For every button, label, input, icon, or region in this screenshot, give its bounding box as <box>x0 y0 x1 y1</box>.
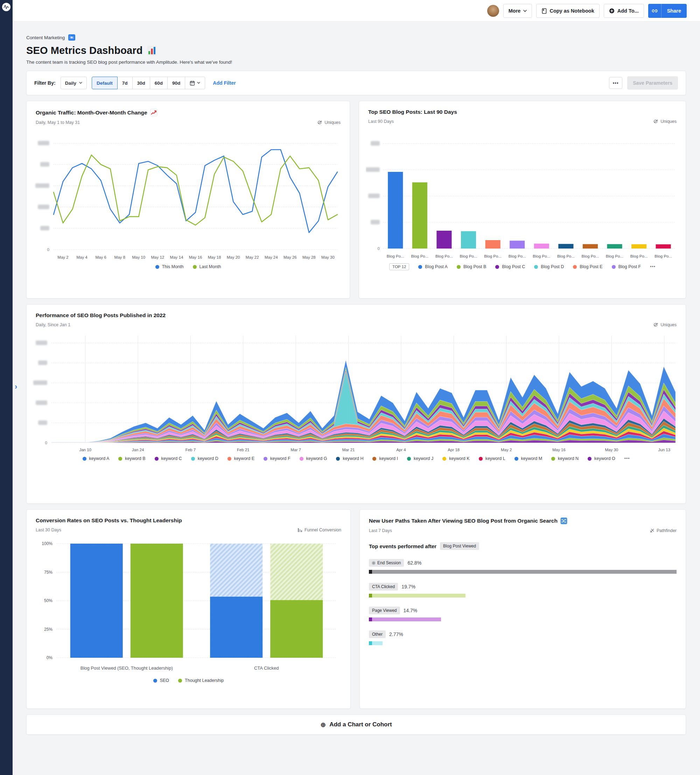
legend-item[interactable]: keyword M <box>514 456 542 461</box>
chevron-down-icon <box>197 82 200 84</box>
organic-traffic-line-chart[interactable]: 0May 2May 4May 6May 8May 10May 12May 14M… <box>33 128 343 262</box>
legend-item[interactable]: This Month <box>155 264 184 269</box>
x-axis-tick-label: Blog Po... <box>436 254 453 258</box>
legend-more-button[interactable]: ••• <box>624 456 630 461</box>
x-axis-tick-label: May 4 <box>76 255 88 259</box>
save-parameters-button[interactable]: Save Parameters <box>627 77 678 90</box>
legend-item[interactable]: keyword L <box>479 456 505 461</box>
bar-blog-post-e[interactable] <box>486 240 500 249</box>
legend-item[interactable]: keyword A <box>83 456 110 461</box>
bar-blog-post-h[interactable] <box>558 244 573 249</box>
legend-item[interactable]: Blog Post B <box>457 264 486 269</box>
chevron-down-icon <box>79 82 82 84</box>
event-row-page-viewed[interactable]: Page Viewed14.7% <box>369 607 677 621</box>
chart-type-meta[interactable]: Uniques <box>653 323 677 327</box>
card-subtitle: Last 30 Days <box>36 527 61 532</box>
range-segment-90d[interactable]: 90d <box>168 77 185 89</box>
bar-blog-post-j[interactable] <box>607 244 622 249</box>
legend-item[interactable]: Last Month <box>193 264 221 269</box>
event-bar <box>369 641 382 645</box>
chart-type-meta[interactable]: Uniques <box>653 119 677 124</box>
legend-prefix-badge: TOP 12 <box>389 263 409 270</box>
legend-item[interactable]: keyword F <box>264 456 291 461</box>
card-title: Performance of SEO Blog Posts Published … <box>36 312 166 319</box>
event-bar-cap <box>369 641 372 645</box>
add-chart-button[interactable]: ⊕ Add a Chart or Cohort <box>320 721 392 729</box>
funnel-converted-bar-thought-leadership[interactable] <box>131 544 183 658</box>
top-seo-posts-bar-chart[interactable]: 0Blog Po...Blog Po...Blog Po...Blog Po..… <box>366 127 679 261</box>
legend-item[interactable]: SEO <box>153 678 169 683</box>
bar-blog-post-k[interactable] <box>632 244 647 249</box>
chart-type-meta[interactable]: Funnel Conversion <box>298 527 341 532</box>
range-segment-30d[interactable]: 30d <box>133 77 150 89</box>
legend-item[interactable]: keyword G <box>299 456 327 461</box>
interval-dropdown[interactable]: Daily <box>61 77 87 89</box>
more-button[interactable]: More <box>503 4 532 18</box>
chart-type-meta[interactable]: Uniques <box>318 120 341 125</box>
bar-blog-post-l[interactable] <box>656 244 671 249</box>
organic-traffic-legend: This MonthLast Month <box>152 262 225 274</box>
x-axis-tick-label: Apr 4 <box>396 448 406 452</box>
copy-as-notebook-button[interactable]: Copy as Notebook <box>536 4 599 18</box>
chart-type-meta[interactable]: Pathfinder <box>650 528 677 533</box>
legend-item[interactable]: keyword B <box>118 456 145 461</box>
legend-item[interactable]: keyword H <box>336 456 363 461</box>
copy-link-button[interactable] <box>648 4 662 18</box>
bar-blog-post-b[interactable] <box>412 182 427 249</box>
bar-blog-post-f[interactable] <box>510 241 525 249</box>
legend-item[interactable]: Blog Post F <box>612 264 641 269</box>
chart-type-label: Funnel Conversion <box>304 527 341 532</box>
add-to-button[interactable]: Add To... <box>604 4 644 18</box>
event-bar-fill <box>372 570 677 574</box>
share-button[interactable]: Share <box>662 4 687 18</box>
legend-item[interactable]: keyword E <box>228 456 254 461</box>
event-row-end-session[interactable]: End Session62.8% <box>369 559 677 574</box>
legend-item[interactable]: keyword I <box>372 456 398 461</box>
amplitude-logo-icon[interactable] <box>2 3 10 11</box>
legend-item[interactable]: keyword N <box>551 456 579 461</box>
event-row-other[interactable]: Other2.77% <box>369 630 677 645</box>
top-events-event-chip[interactable]: Blog Post Viewed <box>440 542 479 550</box>
add-filter-link[interactable]: Add Filter <box>213 80 236 86</box>
conversion-funnel-chart[interactable]: 0%25%50%75%100%Blog Post Viewed (SEO, Th… <box>32 536 345 676</box>
bar-blog-post-a[interactable] <box>388 172 403 249</box>
legend-dot <box>83 457 86 461</box>
legend-item[interactable]: keyword J <box>407 456 433 461</box>
legend-item[interactable]: Blog Post D <box>534 264 564 269</box>
x-axis-tick-label: Blog Po... <box>484 254 502 258</box>
blurred-y-tick-label <box>368 194 380 198</box>
bar-blog-post-c[interactable] <box>436 231 452 249</box>
add-to-label: Add To... <box>617 8 639 14</box>
legend-more-button[interactable]: ••• <box>650 264 655 269</box>
legend-item[interactable]: keyword K <box>442 456 469 461</box>
x-axis-tick-label: May 2 <box>501 448 512 452</box>
legend-item[interactable]: keyword C <box>155 456 182 461</box>
event-row-cta-clicked[interactable]: CTA Clicked19.7% <box>369 583 677 597</box>
range-segment-default[interactable]: Default <box>92 77 118 89</box>
line-series-last-month[interactable] <box>53 155 338 225</box>
range-segment-calendar[interactable] <box>185 77 205 89</box>
legend-item[interactable]: Blog Post E <box>573 264 602 269</box>
filter-more-button[interactable]: ••• <box>609 77 622 89</box>
blurred-y-tick-label <box>33 381 47 385</box>
legend-item[interactable]: keyword D <box>191 456 218 461</box>
legend-item[interactable]: Thought Leadership <box>178 678 224 683</box>
funnel-converted-bar-seo[interactable] <box>70 544 123 658</box>
funnel-converted-bar-thought-leadership[interactable] <box>270 600 323 658</box>
legend-item[interactable]: keyword O <box>588 456 615 461</box>
range-segment-7d[interactable]: 7d <box>118 77 133 89</box>
user-avatar[interactable] <box>487 5 499 17</box>
folder-move-icon[interactable] <box>68 34 75 41</box>
range-segment-60d[interactable]: 60d <box>150 77 168 89</box>
bar-blog-post-d[interactable] <box>461 231 476 249</box>
legend-item[interactable]: Blog Post A <box>418 264 448 269</box>
keyword-performance-area-chart[interactable]: Jan 10Jan 24Feb 7Feb 21Mar 7Mar 21Apr 4A… <box>32 331 680 454</box>
breadcrumb[interactable]: Content Marketing <box>26 34 686 41</box>
funnel-converted-bar-seo[interactable] <box>210 597 263 658</box>
legend-label: keyword A <box>89 456 110 461</box>
bar-blog-post-i[interactable] <box>583 244 598 249</box>
add-chart-bar[interactable]: ⊕ Add a Chart or Cohort <box>26 714 686 735</box>
card-organic-traffic: Organic Traffic: Month-Over-Month Change… <box>26 101 350 299</box>
legend-item[interactable]: Blog Post C <box>495 264 525 269</box>
bar-blog-post-g[interactable] <box>534 244 549 249</box>
